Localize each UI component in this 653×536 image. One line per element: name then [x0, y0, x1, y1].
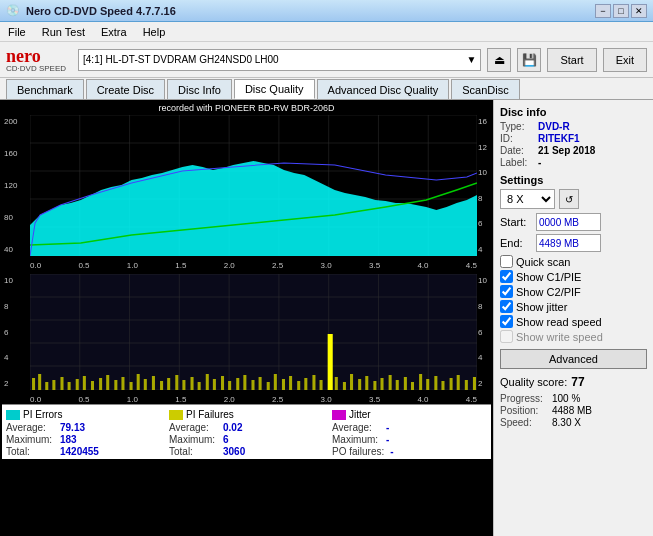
- disc-date-row: Date: 21 Sep 2018: [500, 145, 647, 156]
- save-icon[interactable]: 💾: [517, 48, 541, 72]
- start-mb-row: Start:: [500, 213, 647, 231]
- svg-rect-84: [411, 382, 414, 390]
- maximize-button[interactable]: □: [613, 4, 629, 18]
- quick-scan-checkbox[interactable]: [500, 255, 513, 268]
- advanced-button[interactable]: Advanced: [500, 349, 647, 369]
- app-title: Nero CD-DVD Speed 4.7.7.16: [26, 5, 176, 17]
- show-c1-pie-checkbox[interactable]: [500, 270, 513, 283]
- disc-id-label: ID:: [500, 133, 538, 144]
- pi-errors-title: PI Errors: [6, 409, 161, 420]
- quick-scan-row: Quick scan: [500, 255, 647, 268]
- show-jitter-checkbox[interactable]: [500, 300, 513, 313]
- disc-type-value: DVD-R: [538, 121, 570, 132]
- quick-scan-label: Quick scan: [516, 256, 570, 268]
- pi-failures-avg-value: 0.02: [223, 422, 242, 433]
- tab-create-disc[interactable]: Create Disc: [86, 79, 165, 99]
- svg-rect-70: [297, 381, 300, 390]
- svg-rect-75: [343, 382, 346, 390]
- show-c2-pif-checkbox[interactable]: [500, 285, 513, 298]
- eject-icon[interactable]: ⏏: [487, 48, 511, 72]
- jitter-avg-label: Average:: [332, 422, 384, 433]
- tab-benchmark[interactable]: Benchmark: [6, 79, 84, 99]
- top-chart-container: 200 160 120 80 40 16 12 10 8 6 4: [2, 115, 491, 270]
- svg-rect-81: [389, 375, 392, 390]
- svg-rect-51: [160, 381, 163, 390]
- svg-rect-43: [99, 378, 102, 390]
- progress-value: 100 %: [552, 393, 580, 404]
- tab-disc-info[interactable]: Disc Info: [167, 79, 232, 99]
- svg-rect-79: [373, 381, 376, 390]
- pi-failures-avg-label: Average:: [169, 422, 221, 433]
- svg-rect-82: [396, 380, 399, 390]
- show-read-speed-checkbox[interactable]: [500, 315, 513, 328]
- svg-rect-41: [83, 376, 86, 390]
- svg-rect-50: [152, 376, 155, 390]
- svg-rect-89: [450, 378, 453, 390]
- tabs: Benchmark Create Disc Disc Info Disc Qua…: [0, 78, 653, 100]
- bottom-chart-y-left: 10 8 6 4 2: [2, 274, 30, 390]
- top-chart-svg: [30, 115, 477, 256]
- po-failures-label: PO failures:: [332, 446, 384, 457]
- svg-rect-77: [358, 379, 361, 390]
- speed-select[interactable]: 8 X 4 X 2 X Maximum: [500, 189, 555, 209]
- jitter-label: Jitter: [349, 409, 371, 420]
- tab-scan-disc[interactable]: ScanDisc: [451, 79, 519, 99]
- po-failures-row: PO failures: -: [332, 446, 487, 457]
- menu-help[interactable]: Help: [139, 24, 170, 40]
- app-icon: 💿: [6, 4, 20, 17]
- disc-date-label: Date:: [500, 145, 538, 156]
- svg-rect-92: [473, 377, 476, 390]
- quality-score-label: Quality score:: [500, 376, 567, 388]
- svg-rect-37: [52, 380, 55, 390]
- svg-rect-64: [259, 377, 262, 390]
- menu-file[interactable]: File: [4, 24, 30, 40]
- pi-failures-col: PI Failures Average: 0.02 Maximum: 6 Tot…: [169, 409, 324, 457]
- end-mb-row: End:: [500, 234, 647, 252]
- start-mb-input[interactable]: [536, 213, 601, 231]
- svg-rect-90: [457, 375, 460, 390]
- svg-rect-36: [45, 382, 48, 390]
- show-c1-pie-row: Show C1/PIE: [500, 270, 647, 283]
- svg-rect-17: [30, 274, 477, 390]
- pi-failures-total-label: Total:: [169, 446, 221, 457]
- pi-failures-max-value: 6: [223, 434, 229, 445]
- svg-rect-74: [335, 377, 338, 390]
- disc-id-row: ID: RITEKF1: [500, 133, 647, 144]
- tab-disc-quality[interactable]: Disc Quality: [234, 79, 315, 99]
- yr-10: 10: [478, 168, 490, 177]
- start-button[interactable]: Start: [547, 48, 596, 72]
- yr-8: 8: [478, 194, 490, 203]
- menu-run-test[interactable]: Run Test: [38, 24, 89, 40]
- logo: nero: [6, 47, 41, 65]
- tab-advanced-disc-quality[interactable]: Advanced Disc Quality: [317, 79, 450, 99]
- quality-score-value: 77: [571, 375, 584, 389]
- pi-errors-avg-label: Average:: [6, 422, 58, 433]
- show-c2-pif-label: Show C2/PIF: [516, 286, 581, 298]
- stats-area: PI Errors Average: 79.13 Maximum: 183 To…: [2, 404, 491, 459]
- y-label-200: 200: [4, 117, 28, 126]
- pi-errors-max-label: Maximum:: [6, 434, 58, 445]
- show-write-speed-label: Show write speed: [516, 331, 603, 343]
- pi-failures-max-row: Maximum: 6: [169, 434, 324, 445]
- settings-section: Settings 8 X 4 X 2 X Maximum ↺ Start: En…: [500, 174, 647, 369]
- jitter-color: [332, 410, 346, 420]
- bottom-chart-x-axis: 0.0 0.5 1.0 1.5 2.0 2.5 3.0 3.5 4.0 4.5: [30, 395, 477, 404]
- minimize-button[interactable]: −: [595, 4, 611, 18]
- pi-errors-avg-value: 79.13: [60, 422, 85, 433]
- svg-rect-69: [289, 376, 292, 390]
- menu-extra[interactable]: Extra: [97, 24, 131, 40]
- svg-rect-59: [221, 376, 224, 390]
- pi-errors-color: [6, 410, 20, 420]
- svg-rect-60: [228, 381, 231, 390]
- exit-button[interactable]: Exit: [603, 48, 647, 72]
- yr-16: 16: [478, 117, 490, 126]
- refresh-icon[interactable]: ↺: [559, 189, 579, 209]
- disc-type-row: Type: DVD-R: [500, 121, 647, 132]
- drive-selector[interactable]: [4:1] HL-DT-ST DVDRAM GH24NSD0 LH00 ▼: [78, 49, 481, 71]
- yr-6: 6: [478, 219, 490, 228]
- close-button[interactable]: ✕: [631, 4, 647, 18]
- svg-rect-80: [380, 378, 383, 390]
- disc-info-section: Disc info Type: DVD-R ID: RITEKF1 Date: …: [500, 106, 647, 168]
- end-mb-input[interactable]: [536, 234, 601, 252]
- logo-area: nero CD·DVD SPEED: [6, 47, 66, 73]
